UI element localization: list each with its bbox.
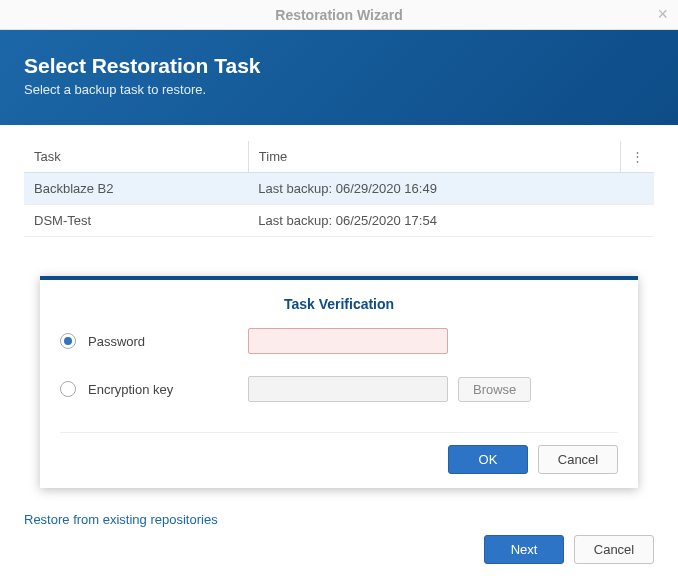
column-header-task[interactable]: Task (24, 141, 248, 173)
close-icon[interactable]: × (657, 4, 668, 25)
task-name: Backblaze B2 (24, 173, 248, 205)
table-row[interactable]: DSM-Test Last backup: 06/25/2020 17:54 (24, 205, 654, 237)
modal-title: Task Verification (60, 296, 618, 312)
next-button[interactable]: Next (484, 535, 564, 564)
browse-button[interactable]: Browse (458, 377, 531, 402)
window-titlebar: Restoration Wizard × (0, 0, 678, 30)
task-name: DSM-Test (24, 205, 248, 237)
modal-cancel-button[interactable]: Cancel (538, 445, 618, 474)
password-input[interactable] (248, 328, 448, 354)
page-subtitle: Select a backup task to restore. (24, 82, 654, 97)
task-time: Last backup: 06/25/2020 17:54 (248, 205, 654, 237)
column-header-time[interactable]: Time (248, 141, 620, 173)
cancel-button[interactable]: Cancel (574, 535, 654, 564)
ok-button[interactable]: OK (448, 445, 528, 474)
encryption-key-label: Encryption key (88, 382, 248, 397)
window-title: Restoration Wizard (275, 7, 402, 23)
encryption-key-input (248, 376, 448, 402)
password-label: Password (88, 334, 248, 349)
task-time: Last backup: 06/29/2020 16:49 (248, 173, 654, 205)
encryption-key-radio[interactable] (60, 381, 76, 397)
task-table: Task Time ⋮ Backblaze B2 Last backup: 06… (24, 141, 654, 237)
page-title: Select Restoration Task (24, 54, 654, 78)
encryption-key-option-row: Encryption key Browse (60, 376, 618, 402)
table-row[interactable]: Backblaze B2 Last backup: 06/29/2020 16:… (24, 173, 654, 205)
password-radio[interactable] (60, 333, 76, 349)
task-verification-panel: Task Verification Password Encryption ke… (40, 276, 638, 488)
wizard-header: Select Restoration Task Select a backup … (0, 30, 678, 125)
wizard-footer: Next Cancel (484, 535, 654, 564)
restore-existing-row: Restore from existing repositories (0, 500, 242, 539)
column-header-more-icon[interactable]: ⋮ (621, 141, 655, 173)
modal-footer: OK Cancel (60, 432, 618, 474)
password-option-row: Password (60, 328, 618, 354)
restore-existing-link[interactable]: Restore from existing repositories (24, 512, 218, 527)
task-list-section: Task Time ⋮ Backblaze B2 Last backup: 06… (0, 125, 678, 241)
